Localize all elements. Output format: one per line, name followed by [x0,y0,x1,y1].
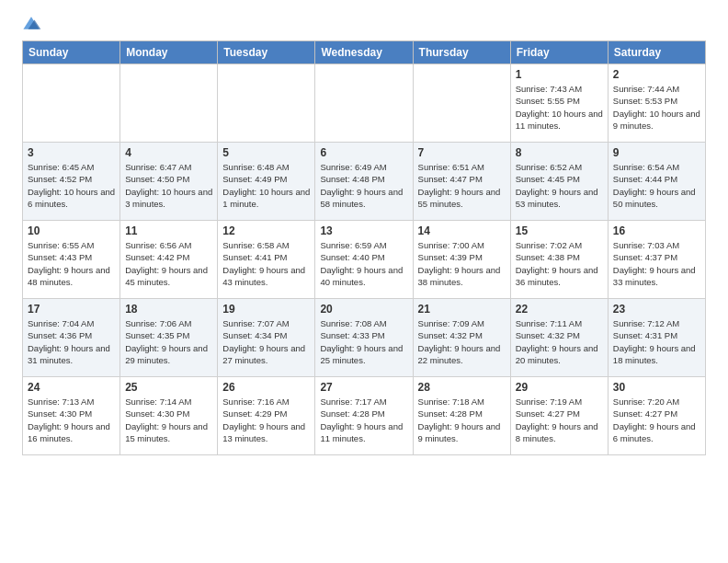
day-number: 26 [222,381,310,394]
day-number: 7 [418,146,506,159]
day-number: 9 [613,146,700,159]
calendar-cell: 9Sunrise: 6:54 AM Sunset: 4:44 PM Daylig… [608,143,705,221]
calendar-body: 1Sunrise: 7:43 AM Sunset: 5:55 PM Daylig… [23,64,706,455]
calendar-cell: 17Sunrise: 7:04 AM Sunset: 4:36 PM Dayli… [23,299,120,377]
header-day-wednesday: Wednesday [315,41,413,64]
calendar-cell: 13Sunrise: 6:59 AM Sunset: 4:40 PM Dayli… [315,221,413,299]
day-info: Sunrise: 7:06 AM Sunset: 4:35 PM Dayligh… [125,317,212,366]
calendar-cell: 1Sunrise: 7:43 AM Sunset: 5:55 PM Daylig… [510,64,608,143]
day-number: 24 [28,381,115,394]
day-info: Sunrise: 7:08 AM Sunset: 4:33 PM Dayligh… [320,317,407,366]
calendar-header: SundayMondayTuesdayWednesdayThursdayFrid… [23,41,706,64]
day-number: 27 [320,381,407,394]
day-number: 16 [613,224,700,237]
calendar-table: SundayMondayTuesdayWednesdayThursdayFrid… [22,40,706,455]
day-info: Sunrise: 6:47 AM Sunset: 4:50 PM Dayligh… [125,161,212,210]
day-number: 29 [516,381,603,394]
header-day-tuesday: Tuesday [218,41,315,64]
calendar-cell: 19Sunrise: 7:07 AM Sunset: 4:34 PM Dayli… [218,299,315,377]
day-info: Sunrise: 7:09 AM Sunset: 4:32 PM Dayligh… [418,317,506,366]
calendar-cell [120,64,218,143]
day-info: Sunrise: 7:00 AM Sunset: 4:39 PM Dayligh… [418,239,506,288]
calendar-cell: 30Sunrise: 7:20 AM Sunset: 4:27 PM Dayli… [608,377,705,455]
day-info: Sunrise: 7:17 AM Sunset: 4:28 PM Dayligh… [320,396,407,444]
calendar-cell: 6Sunrise: 6:49 AM Sunset: 4:48 PM Daylig… [315,143,413,221]
calendar-cell: 18Sunrise: 7:06 AM Sunset: 4:35 PM Dayli… [120,299,218,377]
day-number: 22 [516,303,603,316]
calendar-cell [218,64,315,143]
calendar-cell: 14Sunrise: 7:00 AM Sunset: 4:39 PM Dayli… [413,221,510,299]
calendar-cell: 20Sunrise: 7:08 AM Sunset: 4:33 PM Dayli… [315,299,413,377]
calendar-cell: 16Sunrise: 7:03 AM Sunset: 4:37 PM Dayli… [608,221,705,299]
day-info: Sunrise: 7:16 AM Sunset: 4:29 PM Dayligh… [222,396,310,444]
header-day-saturday: Saturday [608,41,705,64]
header-row: SundayMondayTuesdayWednesdayThursdayFrid… [23,41,706,64]
header-day-sunday: Sunday [23,41,120,64]
day-info: Sunrise: 7:43 AM Sunset: 5:55 PM Dayligh… [516,83,603,132]
day-number: 30 [613,381,700,394]
calendar-cell: 24Sunrise: 7:13 AM Sunset: 4:30 PM Dayli… [23,377,120,455]
day-number: 20 [320,303,407,316]
week-row-4: 17Sunrise: 7:04 AM Sunset: 4:36 PM Dayli… [23,299,706,377]
day-info: Sunrise: 6:58 AM Sunset: 4:41 PM Dayligh… [222,239,310,288]
calendar-cell [23,64,120,143]
day-number: 1 [516,68,603,81]
day-info: Sunrise: 6:45 AM Sunset: 4:52 PM Dayligh… [28,161,115,210]
day-info: Sunrise: 7:44 AM Sunset: 5:53 PM Dayligh… [613,83,700,132]
calendar-cell: 3Sunrise: 6:45 AM Sunset: 4:52 PM Daylig… [23,143,120,221]
calendar-cell [315,64,413,143]
page-header [0,0,728,40]
day-number: 11 [125,224,212,237]
calendar-cell: 2Sunrise: 7:44 AM Sunset: 5:53 PM Daylig… [608,64,705,143]
day-number: 15 [516,224,603,237]
day-number: 17 [28,303,115,316]
day-info: Sunrise: 6:48 AM Sunset: 4:49 PM Dayligh… [222,161,310,210]
week-row-3: 10Sunrise: 6:55 AM Sunset: 4:43 PM Dayli… [23,221,706,299]
calendar-cell: 12Sunrise: 6:58 AM Sunset: 4:41 PM Dayli… [218,221,315,299]
day-number: 18 [125,303,212,316]
header-day-monday: Monday [120,41,218,64]
calendar-cell [413,64,510,143]
logo-icon [20,15,42,31]
calendar-cell: 15Sunrise: 7:02 AM Sunset: 4:38 PM Dayli… [510,221,608,299]
calendar-cell: 25Sunrise: 7:14 AM Sunset: 4:30 PM Dayli… [120,377,218,455]
header-day-friday: Friday [510,41,608,64]
day-number: 21 [418,303,506,316]
week-row-2: 3Sunrise: 6:45 AM Sunset: 4:52 PM Daylig… [23,143,706,221]
day-info: Sunrise: 7:18 AM Sunset: 4:28 PM Dayligh… [418,396,506,444]
day-info: Sunrise: 7:13 AM Sunset: 4:30 PM Dayligh… [28,396,115,444]
day-info: Sunrise: 6:54 AM Sunset: 4:44 PM Dayligh… [613,161,700,210]
day-info: Sunrise: 6:51 AM Sunset: 4:47 PM Dayligh… [418,161,506,210]
calendar-container: SundayMondayTuesdayWednesdayThursdayFrid… [0,40,728,466]
calendar-cell: 10Sunrise: 6:55 AM Sunset: 4:43 PM Dayli… [23,221,120,299]
day-info: Sunrise: 7:19 AM Sunset: 4:27 PM Dayligh… [516,396,603,444]
day-info: Sunrise: 7:07 AM Sunset: 4:34 PM Dayligh… [222,317,310,366]
day-number: 14 [418,224,506,237]
day-info: Sunrise: 6:52 AM Sunset: 4:45 PM Dayligh… [516,161,603,210]
day-info: Sunrise: 6:49 AM Sunset: 4:48 PM Dayligh… [320,161,407,210]
day-info: Sunrise: 7:12 AM Sunset: 4:31 PM Dayligh… [613,317,700,366]
calendar-cell: 23Sunrise: 7:12 AM Sunset: 4:31 PM Dayli… [608,299,705,377]
day-info: Sunrise: 7:11 AM Sunset: 4:32 PM Dayligh… [516,317,603,366]
logo [18,15,42,31]
day-number: 25 [125,381,212,394]
day-number: 8 [516,146,603,159]
day-info: Sunrise: 7:20 AM Sunset: 4:27 PM Dayligh… [613,396,700,444]
day-number: 5 [222,146,310,159]
day-info: Sunrise: 7:04 AM Sunset: 4:36 PM Dayligh… [28,317,115,366]
calendar-cell: 29Sunrise: 7:19 AM Sunset: 4:27 PM Dayli… [510,377,608,455]
calendar-cell: 28Sunrise: 7:18 AM Sunset: 4:28 PM Dayli… [413,377,510,455]
day-info: Sunrise: 7:14 AM Sunset: 4:30 PM Dayligh… [125,396,212,444]
day-number: 23 [613,303,700,316]
calendar-cell: 26Sunrise: 7:16 AM Sunset: 4:29 PM Dayli… [218,377,315,455]
calendar-cell: 4Sunrise: 6:47 AM Sunset: 4:50 PM Daylig… [120,143,218,221]
calendar-cell: 21Sunrise: 7:09 AM Sunset: 4:32 PM Dayli… [413,299,510,377]
day-number: 6 [320,146,407,159]
day-number: 10 [28,224,115,237]
day-number: 12 [222,224,310,237]
day-number: 3 [28,146,115,159]
calendar-cell: 27Sunrise: 7:17 AM Sunset: 4:28 PM Dayli… [315,377,413,455]
day-number: 13 [320,224,407,237]
calendar-cell: 8Sunrise: 6:52 AM Sunset: 4:45 PM Daylig… [510,143,608,221]
day-info: Sunrise: 7:03 AM Sunset: 4:37 PM Dayligh… [613,239,700,288]
